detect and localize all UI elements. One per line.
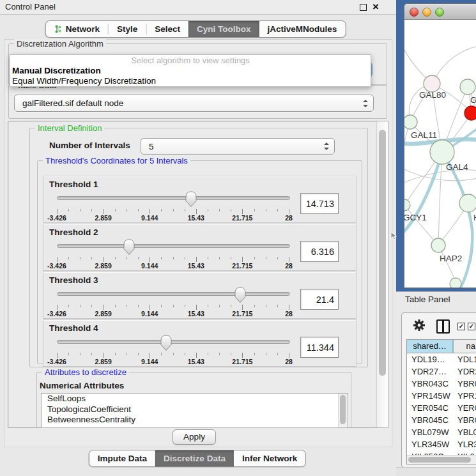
threshold-slider[interactable]: -3.4262.8599.14415.4321.71528 — [57, 238, 289, 269]
table-row[interactable]: YDL19…YDL1 — [407, 353, 476, 365]
table-row[interactable]: YBR045CYBR0 — [407, 414, 476, 426]
tick-mark — [208, 257, 208, 259]
tick-mark — [104, 257, 104, 262]
algorithm-option-equal-width-frequency-discretization[interactable]: Equal Width/Frequency Discretization — [10, 76, 371, 86]
tick-mark — [289, 209, 289, 214]
tab-network[interactable]: Network — [46, 21, 108, 37]
checkbox-icon[interactable]: ✓ — [457, 323, 465, 330]
list-scrollbar[interactable] — [338, 394, 348, 428]
network-node-gal11[interactable] — [404, 115, 417, 129]
table-cell[interactable]: YER0 — [454, 402, 476, 414]
tick-mark — [231, 305, 231, 307]
table-cell[interactable]: YDL1 — [454, 353, 476, 365]
tab-cyni-toolbox[interactable]: Cyni Toolbox — [188, 21, 259, 37]
bottom-tab-impute-data[interactable]: Impute Data — [89, 450, 155, 466]
list-scrollbar-thumb[interactable] — [340, 395, 346, 424]
threshold-panel-2: Threshold 2-3.4262.8599.14415.4321.71528… — [43, 224, 357, 271]
slider-track[interactable] — [57, 292, 290, 296]
table-cell[interactable]: YDR2 — [454, 365, 476, 378]
zoom-traffic-light[interactable] — [435, 8, 444, 17]
tab-style-label: Style — [117, 24, 137, 34]
tab-style[interactable]: Style — [109, 21, 146, 37]
close-icon[interactable]: × — [372, 0, 379, 14]
slider-track[interactable] — [57, 196, 290, 200]
tick-mark — [266, 257, 266, 259]
network-node-ga[interactable] — [460, 79, 475, 95]
threshold-slider[interactable]: -3.4262.8599.14415.4321.71528 — [57, 334, 289, 365]
table-cell[interactable]: YDR27… — [407, 365, 454, 378]
tick-label: 21.715 — [232, 214, 252, 222]
table-cell[interactable]: YPR1 — [454, 390, 476, 402]
tick-mark — [196, 305, 197, 310]
tick-mark — [219, 209, 220, 211]
network-node-c[interactable] — [464, 106, 476, 120]
tick-mark — [68, 209, 69, 211]
threshold-slider[interactable]: -3.4262.8599.14415.4321.71528 — [57, 286, 289, 317]
table-row[interactable]: YBR043CYBR0 — [407, 378, 476, 390]
slider-thumb[interactable] — [159, 334, 173, 351]
table-row[interactable]: YLR345WYLR3 — [407, 438, 476, 450]
table-cell[interactable]: YBR043C — [407, 378, 454, 390]
table-cell[interactable]: YLR345W — [407, 438, 454, 450]
bottom-tab-infer-network[interactable]: Infer Network — [234, 450, 305, 466]
network-edge-thick[interactable] — [404, 152, 442, 235]
node-table[interactable]: shared…na YDL19…YDL1YDR27…YDR2YBR043CYBR… — [406, 339, 476, 464]
network-node[interactable] — [450, 278, 461, 288]
network-node-gal4[interactable] — [430, 140, 454, 164]
table-cell[interactable]: YBR045C — [407, 414, 454, 426]
table-data-combobox[interactable]: galFiltered.sif default node — [14, 95, 374, 112]
number-of-intervals-combobox[interactable]: 5 — [141, 138, 335, 155]
table-cell[interactable]: YPR145W — [407, 390, 454, 402]
table-row[interactable]: YBL079WYBL0 — [407, 426, 476, 438]
slider-track[interactable] — [57, 340, 290, 344]
table-cell[interactable]: YDL19… — [407, 353, 454, 365]
threshold-value-field[interactable]: 11.344 — [300, 337, 339, 358]
split-columns-icon[interactable] — [436, 319, 450, 334]
tick-label: 2.859 — [95, 262, 111, 270]
attribute-item-betweennesscentrality[interactable]: BetweennessCentrality — [42, 415, 348, 426]
table-cell[interactable]: YBL0 — [454, 426, 476, 438]
attribute-item-selfloops[interactable]: SelfLoops — [42, 394, 348, 404]
close-traffic-light[interactable] — [410, 8, 418, 17]
table-cell[interactable]: YLR3 — [454, 438, 476, 450]
network-node-hap2[interactable] — [431, 238, 445, 252]
network-canvas[interactable]: GAL80GACGAL11GAL4GCY1HHAP2 — [404, 19, 476, 288]
threshold-value-field[interactable]: 6.316 — [300, 241, 339, 262]
threshold-slider[interactable]: -3.4262.8599.14415.4321.71528 — [57, 190, 289, 221]
table-cell[interactable]: YBR0 — [454, 378, 476, 390]
slider-track[interactable] — [57, 244, 290, 248]
vertical-scrollbar-thumb[interactable] — [379, 130, 386, 376]
checkbox-icon[interactable]: ✓ — [468, 323, 475, 330]
threshold-value-field[interactable]: 21.4 — [300, 289, 339, 310]
float-window-icon[interactable] — [360, 4, 367, 11]
bottom-tab-discretize-data[interactable]: Discretize Data — [155, 450, 234, 466]
table-cell[interactable]: YBR0 — [454, 414, 476, 426]
attribute-item-topologicalcoefficient[interactable]: TopologicalCoefficient — [42, 404, 348, 415]
network-node-gcy1[interactable] — [404, 199, 410, 211]
horizontal-scrollbar-thumb[interactable] — [408, 457, 471, 463]
slider-thumb[interactable] — [122, 238, 136, 256]
network-node-h[interactable] — [459, 194, 476, 212]
tab-jactivemnodules[interactable]: jActiveMNodules — [259, 21, 346, 37]
slider-thumb[interactable] — [233, 286, 247, 303]
gear-icon[interactable] — [413, 319, 426, 334]
network-window-titlebar[interactable] — [404, 4, 476, 20]
network-edge[interactable] — [404, 122, 410, 173]
vertical-scrollbar[interactable] — [376, 121, 388, 427]
tab-select[interactable]: Select — [146, 21, 188, 37]
column-header-1[interactable]: shared… — [407, 340, 454, 353]
threshold-value-field[interactable]: 14.713 — [300, 193, 339, 214]
horizontal-scrollbar[interactable] — [407, 455, 476, 464]
minimize-traffic-light[interactable] — [422, 8, 431, 17]
table-row[interactable]: YER054CYER0 — [407, 402, 476, 414]
table-cell[interactable]: YBL079W — [407, 426, 454, 438]
numerical-attributes-list[interactable]: SelfLoopsTopologicalCoefficientBetweenne… — [41, 393, 348, 428]
tick-mark — [127, 209, 127, 211]
slider-thumb[interactable] — [184, 190, 198, 208]
table-row[interactable]: YPR145WYPR1 — [407, 390, 476, 402]
table-row[interactable]: YDR27…YDR2 — [407, 365, 476, 378]
column-header-2[interactable]: na — [454, 340, 476, 353]
algorithm-option-manual-discretization[interactable]: Manual Discretization — [10, 66, 371, 76]
apply-button[interactable]: Apply — [173, 429, 216, 445]
table-cell[interactable]: YER054C — [407, 402, 454, 414]
